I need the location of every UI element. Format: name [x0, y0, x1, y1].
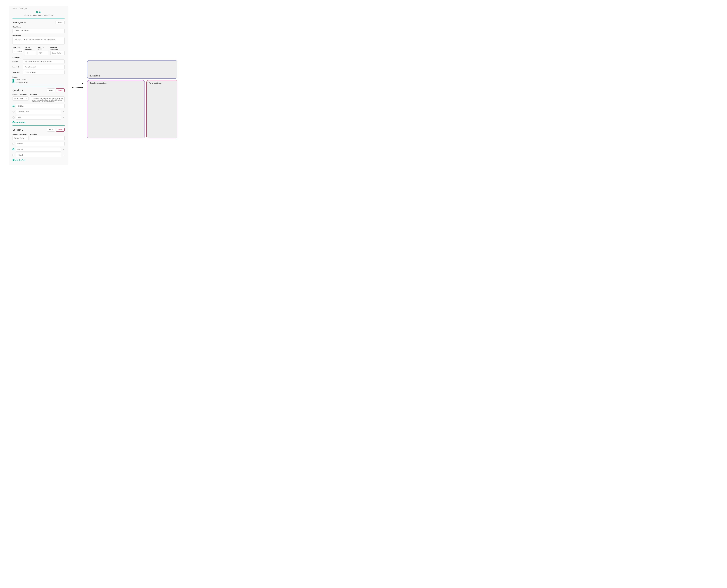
q2-option-2-remove[interactable]: ✕: [63, 148, 65, 150]
attempts-label: No. of Attempts: [25, 46, 36, 50]
arrow-icon: [72, 86, 84, 89]
q2-fieldtype-select[interactable]: [13, 136, 28, 140]
time-limit-label: Time Limit: [13, 46, 23, 48]
q2-option-2-input[interactable]: [16, 147, 61, 151]
page-subtitle: Create a new quiz with our handy forms: [13, 14, 65, 16]
correct-label: Correct:: [13, 61, 21, 62]
arrow-icon: [72, 82, 84, 85]
q1-add-field-button[interactable]: + Add New Field: [13, 121, 65, 123]
q2-option-3-input[interactable]: [16, 153, 61, 157]
q2-fieldtype-label: Choose Field Type: [13, 133, 28, 135]
incorrect-feedback-input[interactable]: [23, 65, 65, 69]
basic-info-heading: Basic Quiz Info: [13, 21, 27, 24]
page-title: Quiz: [9, 11, 68, 14]
q1-add-field-label: Add New Field: [16, 122, 25, 123]
quiz-name-label: Quiz Name: [13, 26, 65, 28]
assessment-mode-label: Assessment Mode: [16, 81, 27, 83]
q1-option-3-radio[interactable]: [13, 117, 15, 119]
q1-option-3-remove[interactable]: ✕: [63, 117, 65, 118]
tryagain-feedback-input[interactable]: [23, 70, 65, 75]
chevron-right-icon: ›: [18, 8, 18, 9]
wireframe-quiz-details: Quiz details: [87, 60, 177, 79]
passing-label: Passing Grade: [38, 46, 49, 50]
q2-save-button[interactable]: Save: [47, 128, 55, 131]
order-label: Order of Questions: [50, 46, 65, 50]
feedback-label: Feedback: [13, 57, 65, 59]
q1-question-input[interactable]: Did I pan to effectively engage the cust…: [30, 97, 65, 102]
q2-option-3-checkbox[interactable]: [13, 154, 15, 156]
question-1-heading: Question 1: [13, 89, 23, 91]
q2-question-label: Question: [30, 133, 65, 135]
q1-question-label: Question: [30, 94, 65, 96]
q2-add-field-button[interactable]: + Add New Field: [13, 159, 65, 161]
plus-icon: +: [13, 121, 15, 123]
wireframe-details-label: Quiz details: [89, 75, 175, 77]
q1-option-2-radio[interactable]: [13, 111, 15, 113]
wireframe-area: Quiz details Questions creation Form set…: [87, 33, 177, 139]
check-icon: [13, 149, 14, 150]
question-2-section: Question 2 Save Delete Choose Field Type…: [9, 126, 68, 163]
q2-question-input[interactable]: [30, 136, 65, 140]
q1-fieldtype-select[interactable]: [13, 97, 28, 101]
description-input[interactable]: Symptoms, Treatment and Care for Diabeti…: [13, 37, 65, 44]
q2-delete-button[interactable]: Delete: [56, 128, 65, 131]
breadcrumb-parent[interactable]: Forms: [13, 8, 17, 9]
assessment-mode-checkbox[interactable]: [13, 81, 15, 83]
q1-option-1-radio[interactable]: [13, 105, 15, 107]
quiz-form-panel: Forms › Create Quiz Quiz Create a new qu…: [9, 6, 68, 165]
q1-option-3-input[interactable]: [16, 115, 61, 120]
arrow-area: [71, 82, 84, 89]
q1-option-2-input[interactable]: [16, 110, 61, 114]
q1-delete-button[interactable]: Delete: [56, 88, 65, 92]
correct-feedback-input[interactable]: [23, 60, 65, 64]
description-label: Description: [13, 35, 65, 36]
wireframe-settings-label: Form settings: [149, 82, 175, 84]
question-1-section: Question 1 Save Delete Choose Field Type…: [9, 86, 68, 125]
attempts-input[interactable]: [25, 51, 36, 55]
update-button[interactable]: Update: [56, 21, 65, 24]
wireframe-questions-label: Questions creation: [89, 82, 143, 84]
clock-icon: [14, 50, 16, 52]
breadcrumb: Forms › Create Quiz: [9, 6, 68, 10]
question-2-heading: Question 2: [13, 128, 23, 131]
q1-fieldtype-label: Choose Field Type: [13, 94, 28, 96]
order-select[interactable]: [50, 51, 65, 55]
wireframe-form-settings: Form settings: [146, 80, 177, 139]
correct-answers-label: Correct Answers: [16, 79, 26, 81]
q2-add-field-label: Add New Field: [16, 159, 25, 161]
display-label: Display: [13, 76, 65, 78]
incorrect-label: Incorrect:: [13, 66, 21, 68]
basic-info-section: Basic Quiz Info Update Quiz Name Descrip…: [9, 19, 68, 86]
breadcrumb-current: Create Quiz: [19, 8, 27, 9]
q1-option-1-input[interactable]: [16, 104, 65, 108]
check-icon: [13, 82, 14, 83]
passing-input[interactable]: [38, 51, 49, 55]
q2-option-1-input[interactable]: [16, 142, 65, 146]
correct-answers-checkbox[interactable]: [13, 79, 15, 81]
tryagain-label: Try Again:: [13, 71, 21, 73]
q1-save-button[interactable]: Save: [47, 88, 55, 92]
plus-icon: +: [13, 159, 15, 161]
check-icon: [13, 79, 14, 80]
q1-option-2-remove[interactable]: ✕: [63, 111, 65, 113]
q2-option-3-remove[interactable]: ✕: [63, 154, 65, 156]
quiz-name-input[interactable]: [13, 29, 65, 33]
q2-option-2-checkbox[interactable]: [13, 148, 15, 150]
q2-option-1-checkbox[interactable]: [13, 143, 15, 145]
wireframe-questions-creation: Questions creation: [87, 80, 145, 139]
